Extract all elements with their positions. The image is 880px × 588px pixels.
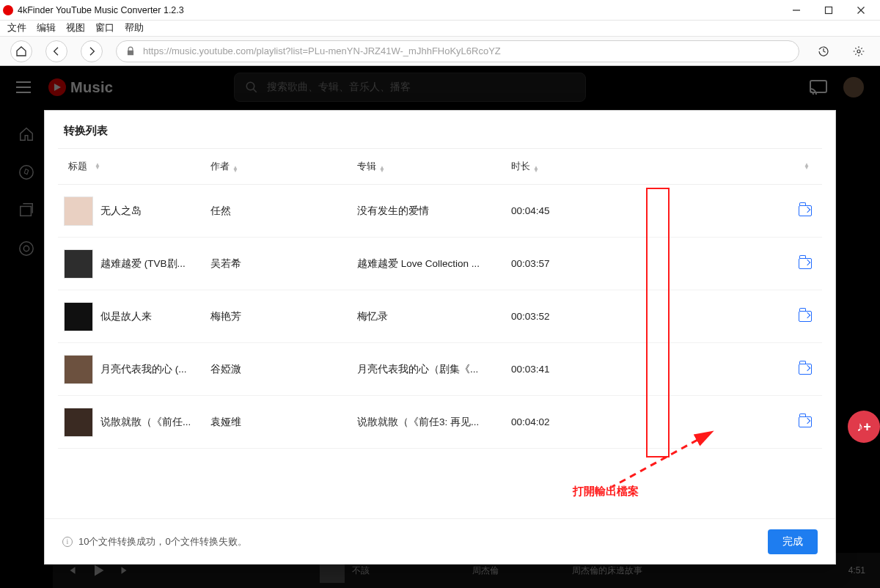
status-text: i 10个文件转换成功，0个文件转换失败。	[62, 535, 247, 548]
col-header-album[interactable]: 专辑▲▼	[351, 160, 505, 173]
col-header-duration[interactable]: 时长▲▼	[505, 160, 637, 173]
row-thumb	[64, 355, 93, 384]
menubar: 文件 编辑 视图 窗口 帮助	[0, 21, 880, 37]
row-album: 梅忆录	[351, 310, 505, 323]
convert-list-dialog: 转换列表 标题▲▼ 作者▲▼ 专辑▲▼ 时长▲▼ ▲▼ 无人之岛 任然 没有发生…	[44, 110, 836, 565]
player-track: 不該	[352, 565, 370, 577]
home-button[interactable]	[10, 40, 32, 62]
search-placeholder: 搜索歌曲、专辑、音乐人、播客	[267, 81, 411, 94]
open-folder-icon[interactable]	[799, 311, 812, 322]
col-header-title[interactable]: 标题▲▼	[58, 160, 205, 173]
forward-button[interactable]	[81, 40, 103, 62]
svg-rect-9	[21, 207, 32, 216]
svg-rect-1	[826, 7, 832, 13]
row-artist: 吴若希	[205, 257, 351, 271]
window-titlebar: 4kFinder YouTube Music Converter 1.2.3	[0, 0, 880, 21]
ytmusic-logo[interactable]: Music	[48, 78, 113, 96]
svg-point-10	[20, 242, 33, 255]
prev-icon[interactable]	[67, 565, 78, 576]
window-minimize-button[interactable]	[780, 0, 813, 21]
row-album: 说散就散（《前任3: 再见...	[351, 416, 505, 429]
nav-upgrade-icon[interactable]	[18, 240, 34, 257]
row-duration: 00:03:57	[505, 258, 637, 269]
browser-toolbar: https://music.youtube.com/playlist?list=…	[0, 37, 880, 66]
svg-point-5	[246, 82, 254, 90]
ytmusic-logo-text: Music	[70, 79, 113, 96]
row-artist: 谷婭溦	[205, 363, 351, 376]
svg-point-4	[857, 50, 860, 53]
back-button[interactable]	[45, 40, 67, 62]
player-artist: 周杰倫	[472, 565, 499, 577]
menu-help[interactable]: 帮助	[125, 22, 144, 34]
hamburger-icon[interactable]	[16, 81, 31, 93]
search-icon	[245, 81, 258, 94]
svg-point-11	[23, 246, 29, 251]
row-title: 说散就散（《前任...	[100, 416, 191, 429]
row-album: 没有发生的爱情	[351, 205, 505, 218]
nav-library-icon[interactable]	[18, 202, 34, 218]
url-box[interactable]: https://music.youtube.com/playlist?list=…	[116, 40, 799, 62]
window-close-button[interactable]	[845, 0, 877, 21]
dialog-title: 转换列表	[45, 111, 835, 148]
content-area: Music 搜索歌曲、专辑、音乐人、播客 赞过的自动華語歌Li Na抖音熱有没抖…	[0, 66, 880, 588]
svg-point-8	[20, 166, 33, 179]
svg-line-12	[609, 432, 712, 488]
table-row: 越难越爱 (TVB剧... 吴若希 越难越爱 Love Collection .…	[58, 238, 822, 290]
row-artist: 袁娅维	[205, 416, 351, 429]
play-icon[interactable]	[91, 563, 106, 578]
table-row: 月亮代表我的心 (... 谷婭溦 月亮代表我的心（剧集《... 00:03:41	[58, 343, 822, 396]
ytmusic-search[interactable]: 搜索歌曲、专辑、音乐人、播客	[234, 73, 586, 102]
row-title: 无人之岛	[100, 205, 142, 218]
row-artist: 任然	[205, 205, 351, 218]
open-folder-icon[interactable]	[799, 416, 812, 427]
floating-add-button[interactable]	[848, 411, 880, 443]
row-artist: 梅艳芳	[205, 310, 351, 323]
table-row: 无人之岛 任然 没有发生的爱情 00:04:45	[58, 185, 822, 238]
row-duration: 00:03:52	[505, 311, 637, 322]
table-row: 似是故人来 梅艳芳 梅忆录 00:03:52	[58, 290, 822, 343]
open-folder-icon[interactable]	[799, 258, 812, 269]
row-duration: 00:04:45	[505, 205, 637, 216]
row-album: 越难越爱 Love Collection ...	[351, 257, 505, 271]
row-title: 似是故人来	[100, 310, 152, 323]
nav-explore-icon[interactable]	[18, 164, 34, 180]
row-thumb	[64, 302, 93, 331]
svg-line-6	[253, 89, 257, 92]
avatar[interactable]	[843, 77, 864, 98]
row-thumb	[64, 196, 93, 226]
next-icon[interactable]	[119, 565, 129, 576]
row-title: 月亮代表我的心 (...	[100, 363, 187, 376]
player-album: 周杰倫的床邊故事	[572, 565, 642, 577]
row-thumb	[64, 249, 93, 279]
row-album: 月亮代表我的心（剧集《...	[351, 363, 505, 376]
player-duration: 4:51	[848, 565, 865, 576]
svg-rect-7	[810, 81, 826, 92]
menu-edit[interactable]: 编辑	[37, 22, 56, 34]
menu-view[interactable]: 视图	[66, 22, 85, 34]
row-title: 越难越爱 (TVB剧...	[100, 257, 186, 271]
cast-icon[interactable]	[810, 80, 827, 95]
open-folder-icon[interactable]	[799, 205, 812, 216]
menu-file[interactable]: 文件	[7, 22, 26, 34]
window-maximize-button[interactable]	[813, 0, 845, 21]
row-thumb	[64, 408, 93, 437]
table-header: 标题▲▼ 作者▲▼ 专辑▲▼ 时长▲▼ ▲▼	[58, 148, 822, 185]
settings-button[interactable]	[848, 40, 870, 62]
dialog-footer: i 10个文件转换成功，0个文件转换失败。 完成	[45, 518, 835, 564]
row-duration: 00:03:41	[505, 364, 637, 375]
window-title: 4kFinder YouTube Music Converter 1.2.3	[18, 5, 184, 15]
menu-window[interactable]: 窗口	[95, 22, 114, 34]
app-icon	[3, 5, 13, 15]
open-folder-icon[interactable]	[799, 364, 812, 375]
lock-icon	[125, 46, 136, 56]
nav-home-icon[interactable]	[18, 126, 34, 142]
url-text: https://music.youtube.com/playlist?list=…	[143, 45, 501, 56]
history-button[interactable]	[813, 40, 835, 62]
annotation-label: 打開輸出檔案	[573, 485, 639, 499]
info-icon: i	[62, 537, 73, 547]
col-header-artist[interactable]: 作者▲▼	[205, 160, 351, 173]
ytmusic-topbar: Music 搜索歌曲、专辑、音乐人、播客	[0, 66, 880, 109]
done-button[interactable]: 完成	[768, 529, 818, 554]
